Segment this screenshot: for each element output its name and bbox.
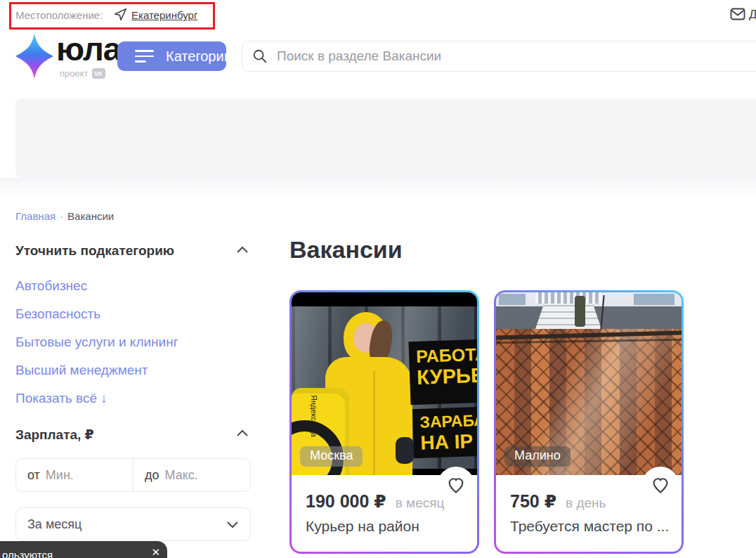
logo-wordmark: юла bbox=[56, 30, 121, 68]
vacancy-photo: Малино bbox=[496, 292, 682, 475]
favorite-heart-icon[interactable] bbox=[445, 474, 467, 495]
toast-text: ользуются bbox=[2, 549, 53, 558]
banner-fade bbox=[0, 178, 756, 199]
hamburger-icon bbox=[135, 50, 154, 63]
notification-toast: ользуются ✕ bbox=[0, 541, 167, 558]
vk-badge-icon: VK bbox=[92, 68, 105, 79]
vacancy-price-period: в месяц bbox=[396, 495, 445, 511]
salary-max-input[interactable] bbox=[165, 468, 232, 483]
salary-min-input[interactable] bbox=[46, 468, 112, 483]
show-all-link[interactable]: Показать всё ↓ bbox=[15, 391, 107, 406]
categories-button[interactable]: Категории bbox=[117, 41, 226, 71]
search-icon bbox=[252, 48, 268, 64]
location-link[interactable]: Екатеринбург bbox=[131, 9, 197, 21]
breadcrumb: Главная·Вакансии bbox=[15, 210, 114, 222]
page-title: Вакансии bbox=[289, 236, 403, 264]
salary-from-label: от bbox=[27, 468, 40, 483]
chevron-up-icon[interactable] bbox=[236, 429, 249, 437]
location-badge: Малино bbox=[504, 446, 571, 467]
sidebar-item-security[interactable]: Безопасность bbox=[15, 306, 100, 322]
salary-period-select[interactable]: За месяц bbox=[15, 507, 251, 541]
sidebar-item-household-cleaning[interactable]: Бытовые услуги и клининг bbox=[15, 335, 178, 350]
promo-banner-placeholder bbox=[15, 98, 756, 178]
navigation-arrow-icon bbox=[113, 7, 128, 22]
close-icon[interactable]: ✕ bbox=[151, 546, 160, 558]
search-input[interactable] bbox=[277, 48, 756, 64]
search-bar bbox=[242, 41, 756, 72]
chevron-up-icon[interactable] bbox=[236, 246, 249, 254]
categories-button-label: Категории bbox=[166, 48, 232, 65]
sidebar-item-top-management[interactable]: Высший менеджмент bbox=[15, 363, 148, 378]
vacancy-price-period: в день bbox=[566, 495, 606, 511]
breadcrumb-current: Вакансии bbox=[67, 210, 114, 222]
envelope-icon[interactable] bbox=[729, 6, 746, 22]
vacancy-photo: Яндекс Еда РАБОТАЙ КУРЬЕ ЗАРАБАТ НА IP М… bbox=[292, 292, 477, 475]
messages-link-label[interactable]: Д bbox=[749, 8, 756, 22]
yula-vacancies-page: Местоположение: Екатеринбург Д юла проек… bbox=[0, 0, 756, 558]
salary-max-cell: до bbox=[133, 459, 250, 491]
salary-min-cell: от bbox=[16, 459, 133, 491]
vacancy-card[interactable]: Малино 750 ₽ в день Требуется мастер по … bbox=[494, 290, 684, 554]
vacancy-title: Требуется мастер по ... bbox=[510, 518, 669, 535]
location-label: Местоположение: bbox=[15, 9, 103, 21]
salary-section-title[interactable]: Зарплата, ₽ bbox=[15, 427, 94, 443]
breadcrumb-separator: · bbox=[60, 210, 63, 222]
favorite-heart-icon[interactable] bbox=[650, 474, 671, 495]
sidebar-item-autobusiness[interactable]: Автобизнес bbox=[15, 278, 87, 294]
chevron-down-icon bbox=[226, 521, 239, 528]
salary-to-label: до bbox=[145, 468, 159, 483]
yula-star-icon bbox=[15, 34, 53, 79]
subcategory-section-title[interactable]: Уточнить подкатегорию bbox=[15, 243, 174, 259]
salary-period-value: За месяц bbox=[27, 517, 82, 532]
vacancy-price: 750 ₽ bbox=[510, 491, 556, 512]
vacancy-price: 190 000 ₽ bbox=[306, 491, 386, 512]
breadcrumb-home-link[interactable]: Главная bbox=[15, 210, 56, 222]
logo-subtitle: проект VK bbox=[60, 68, 105, 79]
yula-logo[interactable]: юла проект VK bbox=[15, 32, 121, 82]
vacancy-title: Курьер на район bbox=[306, 518, 419, 535]
location-badge: Москва bbox=[300, 446, 363, 467]
vacancy-card[interactable]: Яндекс Еда РАБОТАЙ КУРЬЕ ЗАРАБАТ НА IP М… bbox=[289, 290, 479, 554]
salary-range-group: от до bbox=[15, 458, 251, 492]
